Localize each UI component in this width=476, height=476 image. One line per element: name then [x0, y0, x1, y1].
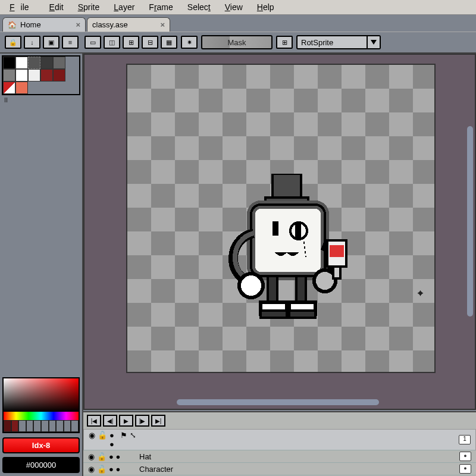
arrow-down-icon[interactable]: ↓ — [24, 36, 40, 49]
frame-cell[interactable] — [459, 464, 471, 474]
play-button[interactable]: ▶ — [119, 415, 133, 427]
tab-bar: 🏠 Home × classy.ase × — [0, 15, 476, 32]
crosshair-icon: ⌖ — [418, 288, 423, 299]
svg-rect-7 — [295, 224, 301, 238]
eye-icon[interactable]: ◉ — [88, 465, 95, 474]
select-rect-icon[interactable]: ▭ — [84, 36, 101, 49]
grid-icon[interactable]: ⊞ — [276, 36, 293, 49]
vertical-scrollbar[interactable] — [467, 126, 473, 317]
move-icon[interactable]: ⤡ — [130, 431, 136, 449]
link-icon[interactable]: ● ● — [109, 465, 120, 474]
tag-icon[interactable]: ⚑ — [120, 431, 127, 449]
svg-rect-19 — [289, 311, 315, 318]
horizontal-scrollbar[interactable] — [177, 399, 379, 405]
select-add-icon[interactable]: ⊞ — [123, 36, 139, 49]
menu-icon[interactable]: ≡ — [62, 36, 79, 49]
svg-rect-0 — [273, 174, 301, 200]
menu-frame[interactable]: Frame — [143, 1, 178, 14]
svg-rect-15 — [296, 276, 306, 302]
svg-rect-13 — [333, 267, 340, 278]
menu-file[interactable]: File — [4, 1, 41, 14]
first-frame-button[interactable]: |◀ — [87, 415, 101, 427]
select-intersect-icon[interactable]: ▦ — [161, 36, 177, 49]
layer-header: ◉ 🔓 ● ● ⚑ ⤡ 1 — [83, 429, 476, 450]
foreground-color[interactable]: Idx-8 — [2, 437, 80, 453]
link-icon[interactable]: ● ● — [109, 452, 120, 461]
link-icon[interactable]: ● ● — [109, 431, 118, 449]
tab-home[interactable]: 🏠 Home × — [2, 17, 86, 32]
layer-name[interactable]: Character — [139, 465, 173, 474]
svg-rect-14 — [268, 276, 277, 302]
brush-icon[interactable]: ✷ — [181, 36, 198, 49]
folder-icon[interactable]: ▣ — [43, 36, 60, 49]
tab-active[interactable]: classy.ase × — [87, 17, 170, 32]
frame-header-cell[interactable]: 1 — [459, 435, 471, 444]
timeline-panel: |◀ ◀| ▶ |▶ ▶| ◉ 🔓 ● ● ⚑ ⤡ 1 ◉ — [83, 411, 476, 476]
left-panel: II Idx-8 #000000 — [0, 54, 83, 476]
tab-active-label: classy.ase — [92, 20, 128, 29]
playback-controls: |◀ ◀| ▶ |▶ ▶| — [83, 412, 476, 429]
sprite-artwork — [215, 174, 358, 352]
canvas-viewport[interactable]: ⌖ — [83, 54, 476, 410]
tab-home-label: Home — [20, 20, 41, 29]
eye-icon[interactable]: ◉ — [89, 431, 95, 449]
svg-rect-5 — [273, 221, 278, 236]
svg-rect-18 — [261, 311, 287, 318]
lock-icon[interactable]: 🔓 — [98, 431, 107, 449]
lock-icon[interactable]: 🔓 — [97, 452, 107, 461]
menu-edit[interactable]: Edit — [43, 1, 70, 14]
eye-icon[interactable]: ◉ — [88, 452, 95, 461]
svg-rect-12 — [330, 245, 344, 257]
hue-slider[interactable] — [4, 412, 79, 420]
lock-icon[interactable]: 🔒 — [5, 36, 21, 49]
palette-marker: II — [2, 95, 80, 105]
menu-bar: File Edit Sprite Layer Frame Select View… — [0, 0, 476, 15]
main-area: II Idx-8 #000000 — [0, 54, 476, 476]
color-picker[interactable] — [2, 377, 80, 433]
color-palette[interactable] — [2, 55, 80, 95]
close-icon[interactable]: × — [76, 20, 80, 29]
layer-row-character[interactable]: ◉ 🔓 ● ● Character — [83, 463, 476, 475]
frame-cell[interactable] — [459, 452, 471, 461]
close-icon[interactable]: × — [160, 20, 165, 29]
menu-sprite[interactable]: Sprite — [72, 1, 106, 14]
layer-row-hat[interactable]: ◉ 🔓 ● ● Hat — [83, 450, 476, 463]
lock-icon[interactable]: 🔓 — [97, 465, 107, 474]
rotation-select-label: RotSprite — [301, 38, 333, 47]
prev-frame-button[interactable]: ◀| — [103, 415, 117, 427]
workspace: ⌖ |◀ ◀| ▶ |▶ ▶| ◉ 🔓 ● ● ⚑ ⤡ — [83, 54, 476, 476]
color-swatches[interactable] — [4, 420, 79, 432]
svg-rect-2 — [251, 205, 325, 276]
rotation-select[interactable]: RotSprite — [296, 35, 381, 49]
home-icon: 🏠 — [8, 21, 17, 29]
context-toolbar: 🔒 ↓ ▣ ≡ ▭ ◫ ⊞ ⊟ ▦ ✷ Mask ⊞ RotSprite — [0, 32, 476, 54]
menu-select[interactable]: Select — [181, 1, 217, 14]
chevron-down-icon[interactable] — [368, 35, 381, 49]
menu-view[interactable]: View — [219, 1, 249, 14]
color-gradient[interactable] — [4, 378, 79, 412]
background-color[interactable]: #000000 — [2, 457, 80, 473]
mask-button[interactable]: Mask — [201, 35, 273, 49]
layer-name[interactable]: Hat — [139, 452, 151, 461]
select-subtract-icon[interactable]: ⊟ — [142, 36, 158, 49]
menu-layer[interactable]: Layer — [108, 1, 140, 14]
menu-help[interactable]: Help — [251, 1, 280, 14]
next-frame-button[interactable]: |▶ — [135, 415, 149, 427]
svg-point-9 — [239, 274, 263, 298]
last-frame-button[interactable]: ▶| — [151, 415, 165, 427]
select-overlap-icon[interactable]: ◫ — [104, 36, 120, 49]
